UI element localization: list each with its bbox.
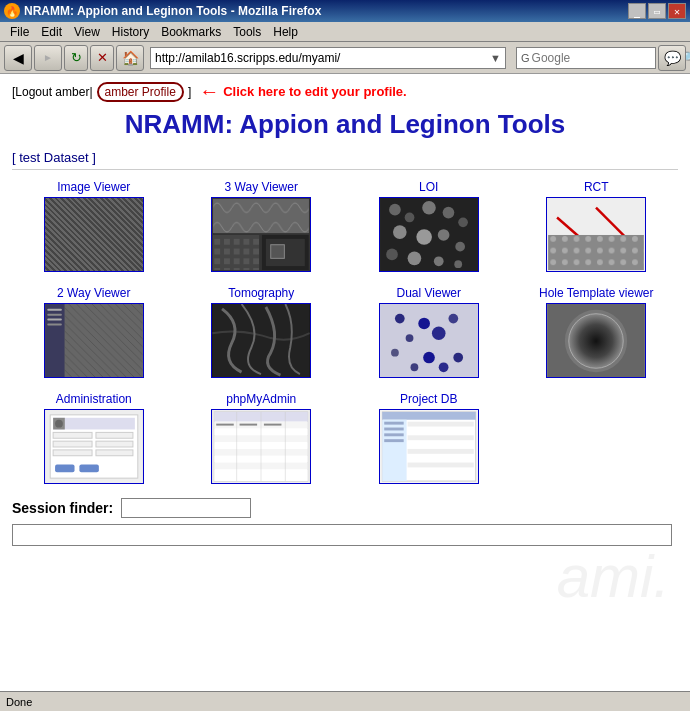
tool-thumb-loi[interactable] [379, 197, 479, 272]
address-input[interactable] [155, 51, 490, 65]
tool-hole-template[interactable]: Hole Template viewer [515, 286, 679, 378]
close-button[interactable]: ✕ [668, 3, 686, 19]
svg-rect-57 [380, 304, 477, 377]
tool-thumb-2way-viewer[interactable] [44, 303, 144, 378]
tool-label-rct: RCT [584, 180, 609, 194]
svg-point-67 [438, 362, 448, 372]
svg-point-25 [389, 204, 401, 216]
menu-bookmarks[interactable]: Bookmarks [155, 23, 227, 41]
arrow-icon: ← [199, 80, 219, 103]
svg-rect-115 [384, 433, 403, 436]
tool-2way-viewer[interactable]: 2 Way Viewer [12, 286, 176, 378]
logout-text: [Logout amber| [12, 85, 93, 99]
tool-rct[interactable]: RCT [515, 180, 679, 272]
svg-point-63 [391, 349, 399, 357]
tool-thumb-3way-viewer[interactable] [211, 197, 311, 272]
svg-point-36 [434, 256, 444, 266]
svg-rect-76 [96, 432, 133, 438]
svg-rect-80 [96, 450, 133, 456]
page-content: [Logout amber| amber Profile ] ← Click h… [0, 74, 690, 691]
home-button[interactable]: 🏠 [116, 45, 144, 71]
tool-loi[interactable]: LOI [347, 180, 511, 272]
session-result [12, 524, 672, 546]
svg-point-65 [453, 353, 463, 363]
session-finder-input[interactable] [121, 498, 251, 518]
tool-3way-viewer[interactable]: 3 Way Viewer [180, 180, 344, 272]
tool-thumb-hole-template[interactable] [546, 303, 646, 378]
forward-button[interactable]: ► [34, 45, 62, 71]
stop-button[interactable]: ✕ [90, 45, 114, 71]
browser-icon: 🔥 [4, 3, 20, 19]
tool-thumb-project-db[interactable] [379, 409, 479, 484]
svg-rect-110 [407, 449, 473, 454]
svg-rect-0 [45, 198, 142, 271]
svg-rect-51 [47, 309, 62, 311]
arrow-annotation: ← Click here to edit your profile. [199, 80, 406, 103]
watermark: ami. [557, 542, 670, 611]
svg-point-60 [405, 334, 413, 342]
tool-image-viewer[interactable]: Image Viewer [12, 180, 176, 272]
svg-rect-10 [47, 223, 70, 226]
address-bar[interactable]: ▼ [150, 47, 506, 69]
tool-thumb-dual-viewer[interactable] [379, 303, 479, 378]
svg-rect-42 [549, 235, 644, 270]
svg-rect-3 [75, 199, 141, 270]
svg-rect-101 [264, 424, 282, 426]
profile-link[interactable]: amber Profile [97, 82, 184, 102]
tools-row-2: 2 Way Viewer [12, 286, 678, 378]
search-bar[interactable]: G 🔍 [516, 47, 656, 69]
tool-thumb-administration[interactable] [44, 409, 144, 484]
tool-administration[interactable]: Administration [12, 392, 176, 484]
svg-point-58 [395, 314, 405, 324]
maximize-button[interactable]: ▭ [648, 3, 666, 19]
svg-point-37 [454, 260, 462, 268]
menu-tools[interactable]: Tools [227, 23, 267, 41]
svg-rect-113 [384, 422, 403, 425]
svg-point-26 [404, 213, 414, 223]
google-label: G [521, 52, 530, 64]
nav-bar: ◀ ► ↻ ✕ 🏠 ▼ G 🔍 💬 [0, 42, 690, 74]
tool-label-tomography: Tomography [228, 286, 294, 300]
svg-rect-54 [47, 323, 62, 325]
window-controls[interactable]: _ ▭ ✕ [628, 3, 686, 19]
svg-rect-82 [79, 465, 98, 473]
svg-rect-21 [271, 245, 285, 259]
address-go-icon: ▼ [490, 52, 501, 64]
minimize-button[interactable]: _ [628, 3, 646, 19]
tool-empty-slot [515, 392, 679, 484]
tool-project-db[interactable]: Project DB [347, 392, 511, 484]
tool-label-phpmyadmin: phpMyAdmin [226, 392, 296, 406]
session-finder: Session finder: [12, 498, 678, 518]
svg-point-28 [442, 207, 454, 219]
tool-label-3way-viewer: 3 Way Viewer [225, 180, 298, 194]
svg-point-59 [418, 318, 430, 330]
tool-label-dual-viewer: Dual Viewer [397, 286, 461, 300]
menu-view[interactable]: View [68, 23, 106, 41]
svg-rect-107 [407, 428, 473, 433]
tool-thumb-rct[interactable] [546, 197, 646, 272]
menu-history[interactable]: History [106, 23, 155, 41]
close-bracket: ] [188, 85, 191, 99]
tool-dual-viewer[interactable]: Dual Viewer [347, 286, 511, 378]
menu-edit[interactable]: Edit [35, 23, 68, 41]
dataset-link[interactable]: [ test Dataset ] [12, 150, 96, 165]
tool-tomography[interactable]: Tomography [180, 286, 344, 378]
tool-label-project-db: Project DB [400, 392, 457, 406]
svg-point-61 [432, 326, 446, 340]
click-hint: Click here to edit your profile. [223, 84, 406, 99]
svg-rect-52 [47, 314, 62, 316]
tool-phpmyadmin[interactable]: phpMyAdmin [180, 392, 344, 484]
svg-rect-2 [74, 198, 142, 271]
menu-file[interactable]: File [4, 23, 35, 41]
refresh-button[interactable]: ↻ [64, 45, 88, 71]
status-text: Done [6, 696, 32, 708]
tool-thumb-image-viewer[interactable] [44, 197, 144, 272]
svg-rect-74 [53, 418, 135, 430]
svg-rect-7 [47, 203, 70, 206]
tool-thumb-tomography[interactable] [211, 303, 311, 378]
svg-point-66 [410, 363, 418, 371]
menu-help[interactable]: Help [267, 23, 304, 41]
back-button[interactable]: ◀ [4, 45, 32, 71]
skype-button[interactable]: 💬 [658, 45, 686, 71]
tool-thumb-phpmyadmin[interactable] [211, 409, 311, 484]
